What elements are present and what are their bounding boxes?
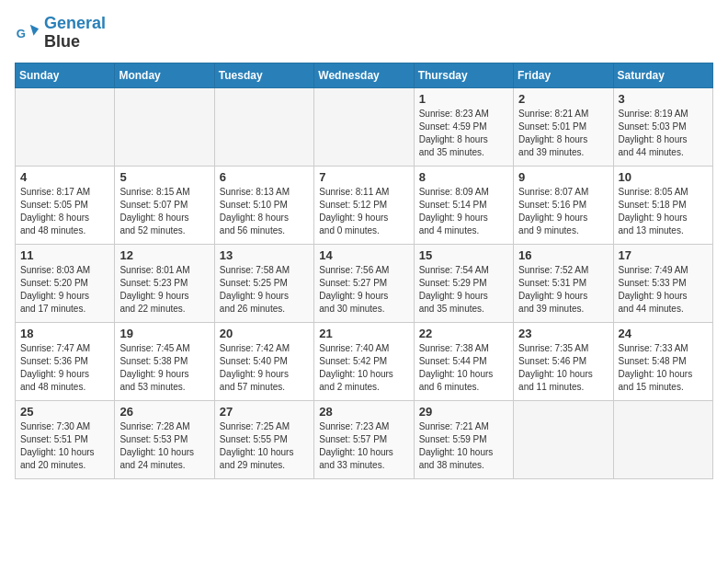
calendar-cell: 10Sunrise: 8:05 AM Sunset: 5:18 PM Dayli… [613,166,712,244]
day-header-thursday: Thursday [414,63,513,87]
calendar-cell: 13Sunrise: 7:58 AM Sunset: 5:25 PM Dayli… [214,244,313,322]
day-number: 6 [220,170,309,184]
day-number: 1 [419,92,508,106]
calendar-cell: 4Sunrise: 8:17 AM Sunset: 5:05 PM Daylig… [16,166,115,244]
calendar-cell: 14Sunrise: 7:56 AM Sunset: 5:27 PM Dayli… [314,244,414,322]
calendar-cell: 7Sunrise: 8:11 AM Sunset: 5:12 PM Daylig… [314,166,414,244]
cell-content: Sunrise: 7:28 AM Sunset: 5:53 PM Dayligh… [119,420,209,472]
calendar-cell: 19Sunrise: 7:45 AM Sunset: 5:38 PM Dayli… [115,322,214,400]
cell-content: Sunrise: 8:05 AM Sunset: 5:18 PM Dayligh… [619,186,708,237]
day-header-saturday: Saturday [613,63,712,87]
calendar-cell: 15Sunrise: 7:54 AM Sunset: 5:29 PM Dayli… [414,244,513,322]
cell-content: Sunrise: 8:13 AM Sunset: 5:10 PM Dayligh… [220,186,309,237]
calendar-cell: 27Sunrise: 7:25 AM Sunset: 5:55 PM Dayli… [214,400,313,478]
calendar-cell [115,87,214,166]
svg-marker-1 [30,24,39,35]
calendar-cell: 21Sunrise: 7:40 AM Sunset: 5:42 PM Dayli… [314,322,414,400]
cell-content: Sunrise: 7:49 AM Sunset: 5:33 PM Dayligh… [619,264,708,316]
cell-content: Sunrise: 7:40 AM Sunset: 5:42 PM Dayligh… [319,342,408,394]
day-number: 29 [419,405,508,419]
cell-content: Sunrise: 7:47 AM Sunset: 5:36 PM Dayligh… [20,342,109,394]
day-number: 27 [220,405,309,419]
cell-content: Sunrise: 7:21 AM Sunset: 5:59 PM Dayligh… [419,420,508,472]
calendar-cell: 9Sunrise: 8:07 AM Sunset: 5:16 PM Daylig… [514,166,613,244]
page-header: G GeneralBlue [15,15,713,52]
day-header-wednesday: Wednesday [314,63,414,87]
calendar-cell: 3Sunrise: 8:19 AM Sunset: 5:03 PM Daylig… [613,87,712,166]
logo: G GeneralBlue [15,15,106,52]
calendar-cell: 18Sunrise: 7:47 AM Sunset: 5:36 PM Dayli… [16,322,115,400]
day-number: 20 [220,327,309,340]
cell-content: Sunrise: 7:35 AM Sunset: 5:46 PM Dayligh… [518,342,608,394]
calendar-cell: 5Sunrise: 8:15 AM Sunset: 5:07 PM Daylig… [115,166,214,244]
calendar-table: SundayMondayTuesdayWednesdayThursdayFrid… [15,63,713,479]
day-number: 13 [220,248,309,262]
calendar-cell [16,87,115,166]
calendar-cell: 11Sunrise: 8:03 AM Sunset: 5:20 PM Dayli… [16,244,115,322]
week-row-3: 11Sunrise: 8:03 AM Sunset: 5:20 PM Dayli… [16,244,713,322]
calendar-cell: 17Sunrise: 7:49 AM Sunset: 5:33 PM Dayli… [613,244,712,322]
calendar-cell: 6Sunrise: 8:13 AM Sunset: 5:10 PM Daylig… [214,166,313,244]
day-number: 2 [518,92,608,106]
logo-text: GeneralBlue [44,15,106,52]
cell-content: Sunrise: 8:07 AM Sunset: 5:16 PM Dayligh… [518,186,608,237]
cell-content: Sunrise: 8:19 AM Sunset: 5:03 PM Dayligh… [619,108,708,159]
day-number: 24 [619,327,708,340]
day-number: 28 [319,405,408,419]
cell-content: Sunrise: 7:54 AM Sunset: 5:29 PM Dayligh… [419,264,508,316]
logo-icon: G [15,20,40,46]
calendar-cell: 16Sunrise: 7:52 AM Sunset: 5:31 PM Dayli… [514,244,613,322]
cell-content: Sunrise: 7:56 AM Sunset: 5:27 PM Dayligh… [319,264,408,316]
day-number: 8 [419,170,508,184]
day-number: 12 [119,248,209,262]
day-number: 9 [518,170,608,184]
cell-content: Sunrise: 7:23 AM Sunset: 5:57 PM Dayligh… [319,420,408,472]
day-number: 17 [619,248,708,262]
day-header-monday: Monday [115,63,214,87]
calendar-cell [314,87,414,166]
week-row-1: 1Sunrise: 8:23 AM Sunset: 4:59 PM Daylig… [16,87,713,166]
day-number: 5 [119,170,209,184]
calendar-cell: 20Sunrise: 7:42 AM Sunset: 5:40 PM Dayli… [214,322,313,400]
day-number: 11 [20,248,109,262]
day-number: 21 [319,327,408,340]
cell-content: Sunrise: 7:25 AM Sunset: 5:55 PM Dayligh… [220,420,309,472]
day-number: 14 [319,248,408,262]
day-number: 16 [518,248,608,262]
cell-content: Sunrise: 8:01 AM Sunset: 5:23 PM Dayligh… [119,264,209,316]
day-number: 23 [518,327,608,340]
day-number: 26 [119,405,209,419]
day-number: 7 [319,170,408,184]
calendar-cell: 1Sunrise: 8:23 AM Sunset: 4:59 PM Daylig… [414,87,513,166]
calendar-cell: 23Sunrise: 7:35 AM Sunset: 5:46 PM Dayli… [514,322,613,400]
week-row-2: 4Sunrise: 8:17 AM Sunset: 5:05 PM Daylig… [16,166,713,244]
cell-content: Sunrise: 7:52 AM Sunset: 5:31 PM Dayligh… [518,264,608,316]
calendar-cell: 2Sunrise: 8:21 AM Sunset: 5:01 PM Daylig… [514,87,613,166]
calendar-cell: 29Sunrise: 7:21 AM Sunset: 5:59 PM Dayli… [414,400,513,478]
cell-content: Sunrise: 7:42 AM Sunset: 5:40 PM Dayligh… [220,342,309,394]
cell-content: Sunrise: 8:23 AM Sunset: 4:59 PM Dayligh… [419,108,508,159]
calendar-cell: 26Sunrise: 7:28 AM Sunset: 5:53 PM Dayli… [115,400,214,478]
cell-content: Sunrise: 8:09 AM Sunset: 5:14 PM Dayligh… [419,186,508,237]
day-number: 25 [20,405,109,419]
svg-text:G: G [17,26,26,40]
cell-content: Sunrise: 7:33 AM Sunset: 5:48 PM Dayligh… [619,342,708,394]
cell-content: Sunrise: 8:03 AM Sunset: 5:20 PM Dayligh… [20,264,109,316]
day-number: 3 [619,92,708,106]
day-header-sunday: Sunday [16,63,115,87]
cell-content: Sunrise: 8:11 AM Sunset: 5:12 PM Dayligh… [319,186,408,237]
calendar-cell: 8Sunrise: 8:09 AM Sunset: 5:14 PM Daylig… [414,166,513,244]
day-header-friday: Friday [514,63,613,87]
calendar-cell: 12Sunrise: 8:01 AM Sunset: 5:23 PM Dayli… [115,244,214,322]
calendar-cell: 22Sunrise: 7:38 AM Sunset: 5:44 PM Dayli… [414,322,513,400]
calendar-cell [613,400,712,478]
calendar-cell: 24Sunrise: 7:33 AM Sunset: 5:48 PM Dayli… [613,322,712,400]
cell-content: Sunrise: 7:30 AM Sunset: 5:51 PM Dayligh… [20,420,109,472]
cell-content: Sunrise: 7:58 AM Sunset: 5:25 PM Dayligh… [220,264,309,316]
week-row-4: 18Sunrise: 7:47 AM Sunset: 5:36 PM Dayli… [16,322,713,400]
calendar-cell: 28Sunrise: 7:23 AM Sunset: 5:57 PM Dayli… [314,400,414,478]
cell-content: Sunrise: 8:17 AM Sunset: 5:05 PM Dayligh… [20,186,109,237]
cell-content: Sunrise: 8:21 AM Sunset: 5:01 PM Dayligh… [518,108,608,159]
day-number: 22 [419,327,508,340]
cell-content: Sunrise: 7:38 AM Sunset: 5:44 PM Dayligh… [419,342,508,394]
